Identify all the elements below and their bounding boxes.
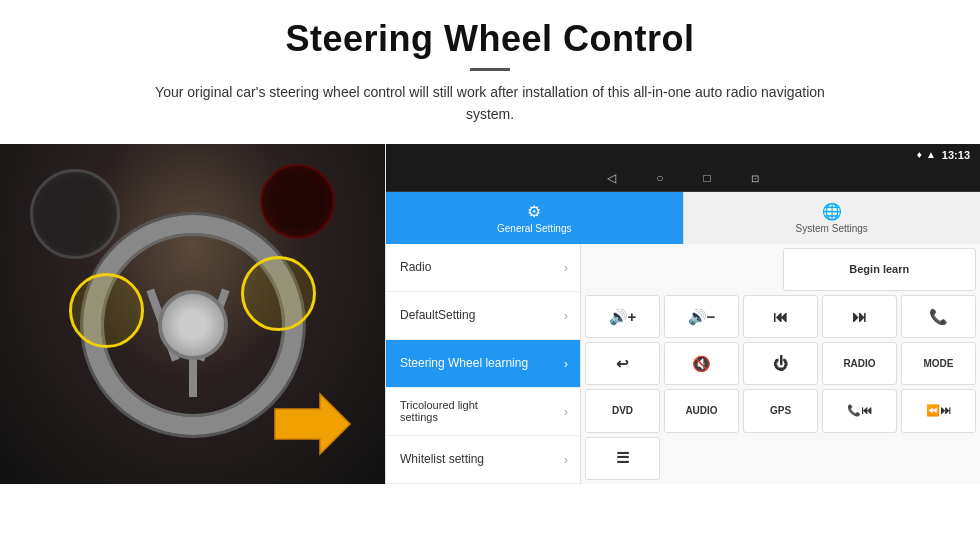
- status-time: 13:13: [942, 149, 970, 161]
- menu-item-defaultsetting-label: DefaultSetting: [400, 308, 564, 322]
- next-icon: ⏭: [852, 308, 867, 325]
- main-split: Radio › DefaultSetting › Steering Wheel …: [386, 244, 980, 484]
- mute-icon: 🔇: [692, 355, 711, 373]
- gauge-left: [30, 169, 120, 259]
- chevron-steering-icon: ›: [564, 356, 568, 371]
- empty-spacer-3: [822, 437, 897, 480]
- vol-up-icon: 🔊+: [609, 308, 637, 326]
- vol-up-button[interactable]: 🔊+: [585, 295, 660, 338]
- dvd-button[interactable]: DVD: [585, 389, 660, 432]
- end-call-icon: ↩: [616, 355, 629, 373]
- gps-button[interactable]: GPS: [743, 389, 818, 432]
- page-wrapper: Steering Wheel Control Your original car…: [0, 0, 980, 549]
- button-row-1: 🔊+ 🔊− ⏮ ⏭ 📞: [585, 295, 976, 338]
- radio-label: RADIO: [843, 358, 875, 369]
- gauge-right: [260, 164, 335, 239]
- tel-prev-icon: 📞⏮: [847, 404, 872, 417]
- prev-icon: ⏮: [773, 308, 788, 325]
- system-settings-icon: 🌐: [822, 202, 842, 221]
- audio-button[interactable]: AUDIO: [664, 389, 739, 432]
- begin-learn-button[interactable]: Begin learn: [783, 248, 977, 291]
- power-button[interactable]: ⏻: [743, 342, 818, 385]
- mute-button[interactable]: 🔇: [664, 342, 739, 385]
- menu-item-radio[interactable]: Radio ›: [386, 244, 580, 292]
- empty-spacer-2: [743, 437, 818, 480]
- button-row-4: ☰: [585, 437, 976, 480]
- svg-marker-0: [275, 394, 350, 454]
- radio-button[interactable]: RADIO: [822, 342, 897, 385]
- menu-item-tricoloured-label: Tricoloured lightsettings: [400, 399, 564, 423]
- button-row-2: ↩ 🔇 ⏻ RADIO MODE: [585, 342, 976, 385]
- menu-item-steering-wheel-label: Steering Wheel learning: [400, 356, 564, 370]
- system-settings-label: System Settings: [796, 223, 868, 234]
- status-bar: ♦ ▲ 13:13: [386, 144, 980, 166]
- signal-icon: ▲: [926, 149, 936, 160]
- chevron-whitelist-icon: ›: [564, 452, 568, 467]
- subtitle: Your original car's steering wheel contr…: [150, 81, 830, 126]
- arrow-icon: [265, 389, 355, 459]
- menu-item-tricoloured[interactable]: Tricoloured lightsettings ›: [386, 388, 580, 436]
- empty-cell-0: [585, 248, 779, 291]
- highlight-circle-left: [69, 273, 144, 348]
- end-call-button[interactable]: ↩: [585, 342, 660, 385]
- screenshot-nav-icon[interactable]: ⊡: [751, 173, 759, 184]
- empty-spacer-1: [664, 437, 739, 480]
- content-area: ♦ ▲ 13:13 ◁ ○ □ ⊡ ⚙ General Settings 🌐: [0, 144, 980, 549]
- android-panel: ♦ ▲ 13:13 ◁ ○ □ ⊡ ⚙ General Settings 🌐: [385, 144, 980, 484]
- car-image-panel: [0, 144, 385, 484]
- menu-item-whitelist-label: Whitelist setting: [400, 452, 564, 466]
- mode-label: MODE: [924, 358, 954, 369]
- header-section: Steering Wheel Control Your original car…: [0, 0, 980, 136]
- menu-item-radio-label: Radio: [400, 260, 564, 274]
- vol-down-icon: 🔊−: [688, 308, 716, 326]
- steering-wheel-hub: [158, 290, 228, 360]
- button-row-3: DVD AUDIO GPS 📞⏮ ⏪⏭: [585, 389, 976, 432]
- ff-prev-icon: ⏪⏭: [926, 404, 951, 417]
- highlight-circle-right: [241, 256, 316, 331]
- chevron-radio-icon: ›: [564, 260, 568, 275]
- title-divider: [470, 68, 510, 71]
- phone-icon: 📞: [929, 308, 948, 326]
- chevron-tricoloured-icon: ›: [564, 404, 568, 419]
- nav-bar: ◁ ○ □ ⊡: [386, 166, 980, 192]
- list-icon-button[interactable]: ☰: [585, 437, 660, 480]
- tabs-row: ⚙ General Settings 🌐 System Settings: [386, 192, 980, 244]
- menu-item-whitelist[interactable]: Whitelist setting ›: [386, 436, 580, 484]
- general-settings-icon: ⚙: [527, 202, 541, 221]
- dvd-label: DVD: [612, 405, 633, 416]
- next-button[interactable]: ⏭: [822, 295, 897, 338]
- button-row-0: Begin learn: [585, 248, 976, 291]
- gps-label: GPS: [770, 405, 791, 416]
- prev-button[interactable]: ⏮: [743, 295, 818, 338]
- phone-button[interactable]: 📞: [901, 295, 976, 338]
- vol-down-button[interactable]: 🔊−: [664, 295, 739, 338]
- empty-spacer-4: [901, 437, 976, 480]
- status-icons: ♦ ▲: [917, 149, 936, 160]
- tel-prev-button[interactable]: 📞⏮: [822, 389, 897, 432]
- back-nav-icon[interactable]: ◁: [607, 171, 616, 185]
- menu-list: Radio › DefaultSetting › Steering Wheel …: [386, 244, 581, 484]
- general-settings-label: General Settings: [497, 223, 572, 234]
- page-title: Steering Wheel Control: [20, 18, 960, 60]
- menu-item-defaultsetting[interactable]: DefaultSetting ›: [386, 292, 580, 340]
- recent-nav-icon[interactable]: □: [704, 171, 711, 185]
- ff-prev-button[interactable]: ⏪⏭: [901, 389, 976, 432]
- list-icon: ☰: [616, 449, 629, 467]
- home-nav-icon[interactable]: ○: [656, 171, 663, 185]
- tab-general[interactable]: ⚙ General Settings: [386, 192, 683, 244]
- mode-button[interactable]: MODE: [901, 342, 976, 385]
- power-icon: ⏻: [773, 355, 788, 372]
- chevron-defaultsetting-icon: ›: [564, 308, 568, 323]
- tab-system[interactable]: 🌐 System Settings: [683, 192, 981, 244]
- location-icon: ♦: [917, 149, 922, 160]
- menu-item-steering-wheel[interactable]: Steering Wheel learning ›: [386, 340, 580, 388]
- button-grid: Begin learn 🔊+ 🔊− ⏮: [581, 244, 980, 484]
- audio-label: AUDIO: [685, 405, 717, 416]
